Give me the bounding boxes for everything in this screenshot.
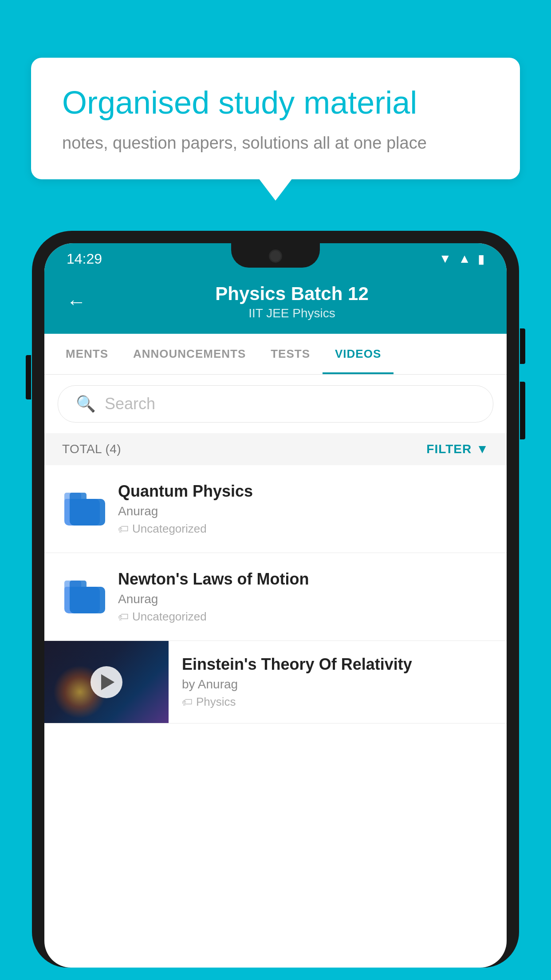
tab-videos[interactable]: VIDEOS (323, 334, 394, 374)
speech-bubble-card: Organised study material notes, question… (31, 58, 520, 179)
search-bar[interactable]: 🔍 Search (58, 385, 493, 423)
video-thumbnail (44, 641, 169, 723)
video-author: Anurag (118, 504, 489, 518)
video-info: Einstein's Theory Of Relativity by Anura… (169, 642, 507, 722)
phone-mockup: 14:29 ▼ ▲ ▮ ← Physics Batch 12 IIT JEE P… (32, 231, 519, 980)
tag-icon: 🏷 (118, 611, 129, 623)
filter-bar: TOTAL (4) FILTER ▼ (44, 433, 507, 465)
phone-screen: 14:29 ▼ ▲ ▮ ← Physics Batch 12 IIT JEE P… (44, 243, 507, 968)
phone-notch (231, 243, 320, 268)
volume-button (26, 355, 31, 399)
tab-announcements[interactable]: ANNOUNCEMENTS (121, 334, 258, 374)
volume-down-button (520, 382, 525, 439)
filter-button[interactable]: FILTER ▼ (426, 442, 489, 456)
tag-icon: 🏷 (118, 523, 129, 535)
video-tag: 🏷 Uncategorized (118, 522, 489, 536)
header-info: Physics Batch 12 IIT JEE Physics (99, 283, 484, 320)
video-tag: 🏷 Physics (182, 695, 493, 709)
play-triangle-icon (101, 674, 114, 690)
app-header: ← Physics Batch 12 IIT JEE Physics (44, 274, 507, 334)
speech-bubble-title: Organised study material (62, 84, 489, 121)
video-title: Einstein's Theory Of Relativity (182, 655, 493, 674)
folder-icon (62, 575, 102, 619)
folder-icon (62, 487, 102, 531)
header-subtitle: IIT JEE Physics (99, 306, 484, 320)
status-icons: ▼ ▲ ▮ (439, 252, 484, 266)
battery-icon: ▮ (478, 252, 484, 266)
status-time: 14:29 (67, 251, 102, 267)
back-button[interactable]: ← (67, 291, 86, 313)
video-list: Quantum Physics Anurag 🏷 Uncategorized (44, 465, 507, 723)
tab-ments[interactable]: MENTS (53, 334, 121, 374)
total-count: TOTAL (4) (62, 442, 121, 456)
search-icon: 🔍 (76, 395, 96, 413)
video-info: Quantum Physics Anurag 🏷 Uncategorized (118, 482, 489, 536)
video-author: Anurag (118, 592, 489, 606)
play-button[interactable] (91, 666, 122, 698)
filter-funnel-icon: ▼ (476, 442, 489, 456)
list-item[interactable]: Einstein's Theory Of Relativity by Anura… (44, 641, 507, 723)
video-title: Quantum Physics (118, 482, 489, 501)
search-placeholder: Search (105, 395, 155, 413)
video-info: Newton's Laws of Motion Anurag 🏷 Uncateg… (118, 570, 489, 624)
tabs-bar: MENTS ANNOUNCEMENTS TESTS VIDEOS (44, 334, 507, 375)
list-item[interactable]: Newton's Laws of Motion Anurag 🏷 Uncateg… (44, 553, 507, 641)
video-author: by Anurag (182, 677, 493, 692)
power-button (520, 328, 525, 364)
tab-tests[interactable]: TESTS (258, 334, 323, 374)
signal-icon: ▲ (458, 252, 471, 266)
header-title: Physics Batch 12 (99, 283, 484, 304)
list-item[interactable]: Quantum Physics Anurag 🏷 Uncategorized (44, 465, 507, 553)
speech-bubble-subtitle: notes, question papers, solutions all at… (62, 134, 489, 153)
front-camera (269, 249, 282, 263)
phone-outer: 14:29 ▼ ▲ ▮ ← Physics Batch 12 IIT JEE P… (32, 231, 519, 968)
search-container: 🔍 Search (44, 375, 507, 433)
tag-icon: 🏷 (182, 696, 193, 708)
video-tag: 🏷 Uncategorized (118, 610, 489, 624)
wifi-icon: ▼ (439, 252, 452, 266)
video-title: Newton's Laws of Motion (118, 570, 489, 589)
